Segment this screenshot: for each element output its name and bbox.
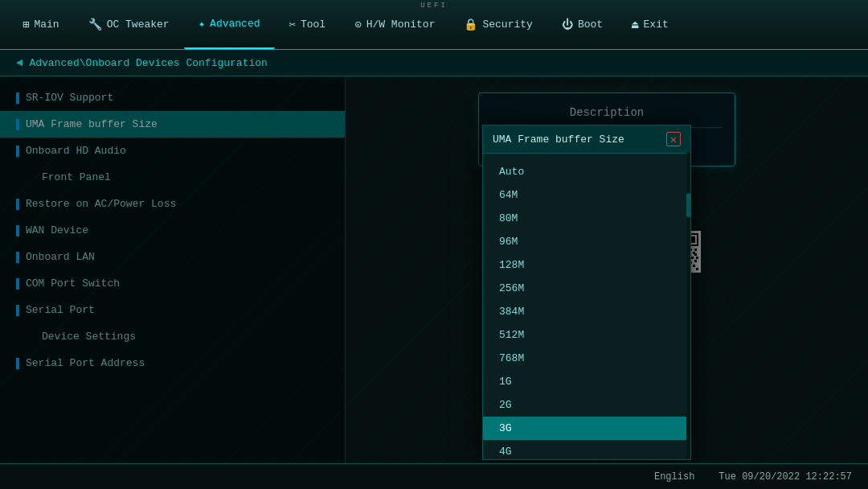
uma-frame-modal: UMA Frame buffer Size ✕ Auto 64M 80M 96M… xyxy=(482,125,691,460)
security-icon: 🔒 xyxy=(464,18,477,31)
option-96m[interactable]: 96M xyxy=(483,230,690,253)
nav-exit[interactable]: ⏏ Exit xyxy=(617,0,683,49)
nav-advanced[interactable]: ✦ Advanced xyxy=(184,0,275,49)
nav-oc-tweaker[interactable]: 🔧 OC Tweaker xyxy=(74,0,184,49)
nav-tool[interactable]: ✂ Tool xyxy=(275,0,341,49)
status-language: English xyxy=(654,471,694,483)
option-auto[interactable]: Auto xyxy=(483,160,690,183)
nav-boot[interactable]: ⏻ Boot xyxy=(547,0,617,49)
status-datetime: Tue 09/20/2022 12:22:57 xyxy=(719,471,852,483)
main-icon: ⊞ xyxy=(23,18,29,31)
modal-options-list: Auto 64M 80M 96M 128M 256M 384M 512M 768… xyxy=(483,154,690,459)
option-384m[interactable]: 384M xyxy=(483,300,690,323)
breadcrumb: ◄ Advanced\Onboard Devices Configuration xyxy=(0,50,868,76)
nav-exit-label: Exit xyxy=(644,18,669,31)
nav-security-label: Security xyxy=(482,18,532,31)
option-2g[interactable]: 2G xyxy=(483,393,690,417)
tool-icon: ✂ xyxy=(289,18,296,31)
option-512m[interactable]: 512M xyxy=(483,323,690,347)
nav-security[interactable]: 🔒 Security xyxy=(449,0,547,49)
nav-advanced-label: Advanced xyxy=(210,18,260,30)
exit-icon: ⏏ xyxy=(632,18,638,31)
option-3g[interactable]: 3G xyxy=(483,417,690,440)
status-bar: English Tue 09/20/2022 12:22:57 xyxy=(0,463,868,489)
modal-header: UMA Frame buffer Size ✕ xyxy=(483,125,690,154)
nav-oc-label: OC Tweaker xyxy=(107,18,170,31)
option-768m[interactable]: 768M xyxy=(483,347,690,370)
option-256m[interactable]: 256M xyxy=(483,277,690,300)
nav-main-label: Main xyxy=(34,18,59,31)
navigation-header: UEFI ⊞ Main 🔧 OC Tweaker ✦ Advanced ✂ To… xyxy=(0,0,868,50)
modal-overlay: UMA Frame buffer Size ✕ Auto 64M 80M 96M… xyxy=(0,76,868,463)
modal-close-button[interactable]: ✕ xyxy=(666,132,681,146)
option-4g[interactable]: 4G xyxy=(483,440,690,459)
content-area: SR-IOV Support UMA Frame buffer Size Onb… xyxy=(0,76,868,463)
nav-boot-label: Boot xyxy=(578,18,603,31)
breadcrumb-path: Advanced\Onboard Devices Configuration xyxy=(29,57,267,69)
nav-hw-label: H/W Monitor xyxy=(366,18,436,31)
hw-monitor-icon: ⊙ xyxy=(354,18,361,31)
option-80m[interactable]: 80M xyxy=(483,207,690,230)
advanced-icon: ✦ xyxy=(199,17,205,31)
nav-main[interactable]: ⊞ Main xyxy=(8,0,74,49)
option-64m[interactable]: 64M xyxy=(483,183,690,207)
option-128m[interactable]: 128M xyxy=(483,253,690,277)
boot-icon: ⏻ xyxy=(562,18,573,31)
oc-tweaker-icon: 🔧 xyxy=(88,18,102,31)
breadcrumb-arrow[interactable]: ◄ xyxy=(16,56,23,69)
uefi-logo: UEFI xyxy=(420,2,448,10)
nav-tool-label: Tool xyxy=(301,18,326,31)
option-1g[interactable]: 1G xyxy=(483,370,690,393)
modal-title: UMA Frame buffer Size xyxy=(493,134,624,146)
